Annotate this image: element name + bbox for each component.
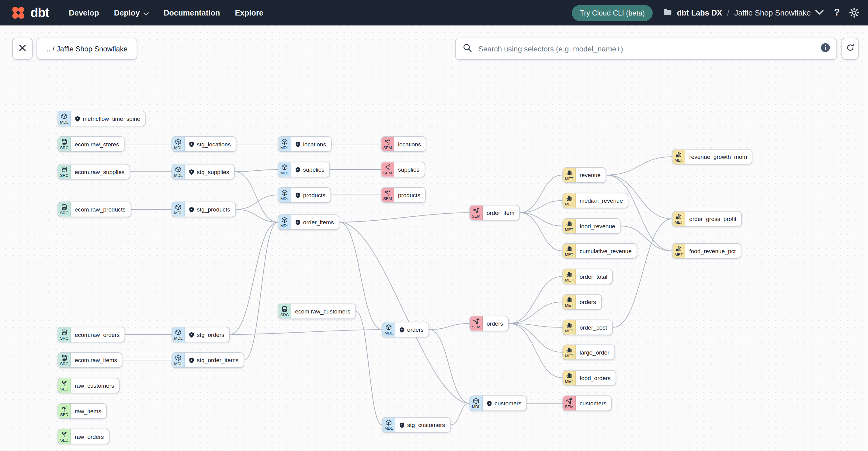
graph-node-met_median_revenue[interactable]: METmedian_revenue xyxy=(562,192,628,208)
node-label: locations xyxy=(398,141,421,147)
model-cube-icon: MDL xyxy=(172,202,185,216)
graph-node-src_raw_customers[interactable]: SRCecom.raw_customers xyxy=(278,303,356,319)
graph-node-met_large_order[interactable]: METlarge_order xyxy=(562,344,615,360)
graph-node-mdl_metricflow_time_spine[interactable]: MDLmetricflow_time_spine xyxy=(58,111,146,126)
semantic-model-icon: SEM xyxy=(470,316,483,330)
metric-bars-icon: MET xyxy=(563,345,576,359)
lineage-canvas[interactable]: MDLmetricflow_time_spineSRCecom.raw_stor… xyxy=(0,26,868,451)
project-selector[interactable]: Jaffle Shop Snowflake xyxy=(734,8,824,18)
node-label: cumulative_revenue xyxy=(580,248,632,254)
graph-node-met_food_revenue_pct[interactable]: METfood_revenue_pct xyxy=(672,243,742,259)
graph-node-met_orders[interactable]: METorders xyxy=(562,294,601,310)
lineage-breadcrumb[interactable]: .. / Jaffle Shop Snowflake xyxy=(36,38,137,60)
graph-node-src_raw_orders[interactable]: SRCecom.raw_orders xyxy=(58,327,125,342)
graph-node-sem_products[interactable]: SEMproducts xyxy=(381,187,426,203)
graph-node-mdl_customers[interactable]: MDLcustomers xyxy=(470,396,527,411)
selector-search xyxy=(455,38,837,60)
graph-node-mdl_order_items[interactable]: MDLorder_items xyxy=(278,214,339,230)
model-cube-icon: MDL xyxy=(172,327,185,342)
menu-item-deploy[interactable]: Deploy xyxy=(114,8,149,17)
model-cube-icon: MDL xyxy=(58,111,71,126)
account-name[interactable]: dbt Labs DX xyxy=(677,8,722,17)
graph-node-met_order_total[interactable]: METorder_total xyxy=(562,269,613,284)
help-icon[interactable]: ? xyxy=(834,7,840,18)
graph-node-mdl_locations[interactable]: MDLlocations xyxy=(278,136,332,152)
node-label: supplies xyxy=(303,166,324,173)
node-label: locations xyxy=(303,141,326,147)
graph-node-sem_customers[interactable]: SEMcustomers xyxy=(562,396,612,411)
graph-node-src_raw_products[interactable]: SRCecom.raw_products xyxy=(58,202,131,217)
graph-node-mdl_stg_customers[interactable]: MDLstg_customers xyxy=(382,417,451,433)
graph-node-met_revenue[interactable]: METrevenue xyxy=(562,168,606,183)
health-shield-icon xyxy=(295,141,301,147)
chevron-down-icon xyxy=(815,8,824,18)
health-shield-icon xyxy=(189,206,194,212)
graph-node-src_raw_items[interactable]: SRCecom.raw_items xyxy=(58,352,123,368)
node-label: ecom.raw_items xyxy=(75,357,117,363)
menu-item-documentation[interactable]: Documentation xyxy=(164,8,220,17)
node-label: order_gross_profit xyxy=(689,215,736,222)
graph-node-met_cumulative_revenue[interactable]: METcumulative_revenue xyxy=(562,243,637,259)
node-label: supplies xyxy=(398,166,420,173)
graph-node-met_order_gross_profit[interactable]: METorder_gross_profit xyxy=(672,211,742,227)
semantic-model-icon: SEM xyxy=(563,396,576,410)
gear-icon[interactable] xyxy=(849,8,859,18)
metric-bars-icon: MET xyxy=(673,244,685,258)
graph-node-mdl_stg_products[interactable]: MDLstg_products xyxy=(172,202,236,217)
model-cube-icon: MDL xyxy=(279,215,291,229)
dbt-logo[interactable]: dbt xyxy=(10,5,49,21)
graph-node-sed_raw_orders[interactable]: SEDraw_orders xyxy=(58,429,109,444)
graph-node-sem_orders[interactable]: SEMorders xyxy=(470,316,509,331)
metric-bars-icon: MET xyxy=(563,371,576,385)
graph-node-sem_locations[interactable]: SEMlocations xyxy=(381,136,426,152)
node-label: stg_customers xyxy=(407,421,445,428)
semantic-model-icon: SEM xyxy=(381,188,394,202)
graph-node-sem_supplies[interactable]: SEMsupplies xyxy=(381,161,425,177)
node-label: ecom.raw_orders xyxy=(75,331,120,338)
graph-node-mdl_supplies[interactable]: MDLsupplies xyxy=(278,161,330,177)
metric-bars-icon: MET xyxy=(673,211,685,226)
node-label: order_items xyxy=(303,219,334,226)
graph-node-met_food_orders[interactable]: METfood_orders xyxy=(562,370,616,386)
semantic-model-icon: SEM xyxy=(470,205,483,220)
graph-node-sed_raw_items[interactable]: SEDraw_items xyxy=(58,403,107,419)
info-icon[interactable] xyxy=(821,43,830,54)
node-label: orders xyxy=(407,326,424,333)
model-cube-icon: MDL xyxy=(279,188,291,202)
refresh-button[interactable] xyxy=(841,38,859,60)
graph-node-mdl_stg_supplies[interactable]: MDLstg_supplies xyxy=(172,164,235,180)
graph-node-mdl_orders[interactable]: MDLorders xyxy=(382,322,429,337)
health-shield-icon xyxy=(189,357,194,363)
node-label: order_cost xyxy=(580,324,607,331)
node-label: products xyxy=(398,192,420,199)
model-cube-icon: MDL xyxy=(470,396,483,410)
top-navbar: dbt Develop Deploy Documentation Explore… xyxy=(0,0,868,26)
source-database-icon: SRC xyxy=(58,137,71,151)
source-database-icon: SRC xyxy=(58,202,71,216)
dbt-wordmark: dbt xyxy=(30,6,49,19)
graph-node-mdl_products[interactable]: MDLproducts xyxy=(278,187,331,203)
source-database-icon: SRC xyxy=(58,164,71,179)
close-lineage-button[interactable] xyxy=(12,38,33,60)
source-database-icon: SRC xyxy=(58,327,71,342)
chevron-down-icon xyxy=(143,8,149,17)
graph-node-met_food_revenue[interactable]: METfood_revenue xyxy=(562,218,621,234)
graph-node-mdl_stg_locations[interactable]: MDLstg_locations xyxy=(172,136,236,152)
source-database-icon: SRC xyxy=(58,353,71,367)
graph-node-mdl_stg_order_items[interactable]: MDLstg_order_items xyxy=(172,352,244,368)
account-breadcrumb: dbt Labs DX / Jaffle Shop Snowflake xyxy=(663,7,824,18)
graph-node-mdl_stg_orders[interactable]: MDLstg_orders xyxy=(172,327,229,342)
menu-item-develop[interactable]: Develop xyxy=(69,8,99,17)
graph-node-src_raw_stores[interactable]: SRCecom.raw_stores xyxy=(58,136,124,152)
graph-node-met_order_cost[interactable]: METorder_cost xyxy=(562,320,613,335)
graph-node-src_raw_supplies[interactable]: SRCecom.raw_supplies xyxy=(58,164,130,180)
search-icon xyxy=(463,43,472,55)
menu-item-explore[interactable]: Explore xyxy=(235,8,264,17)
model-cube-icon: MDL xyxy=(172,137,185,151)
search-input[interactable] xyxy=(477,44,816,54)
graph-node-sed_raw_customers[interactable]: SEDraw_customers xyxy=(58,378,120,393)
graph-node-sem_order_item[interactable]: SEMorder_item xyxy=(470,205,520,220)
graph-node-met_revenue_growth_mom[interactable]: METrevenue_growth_mom xyxy=(672,149,753,164)
try-cloud-cli-button[interactable]: Try Cloud CLI (beta) xyxy=(572,5,652,21)
node-label: revenue xyxy=(580,172,601,178)
